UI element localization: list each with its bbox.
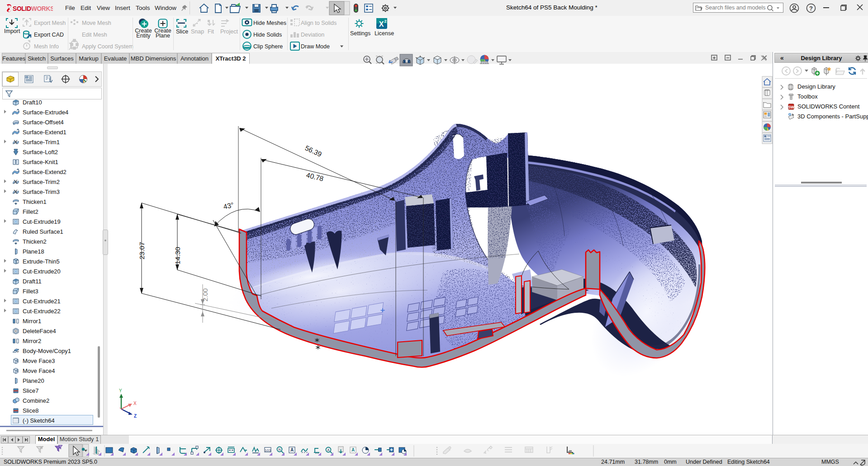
svg-text:A: A	[327, 448, 329, 452]
svg-text:?: ?	[809, 5, 813, 12]
svg-text:23.07: 23.07	[138, 242, 146, 259]
svg-text:Y: Y	[119, 388, 122, 393]
svg-text:40.78: 40.78	[305, 171, 324, 183]
svg-text:Z: Z	[134, 414, 137, 419]
svg-text:N: N	[278, 448, 280, 451]
svg-text:A: A	[290, 447, 294, 452]
svg-text:2: 2	[384, 19, 386, 24]
svg-text:103: 103	[265, 448, 271, 452]
svg-text:56.39: 56.39	[304, 144, 323, 158]
svg-text:SOLIDWORKS: SOLIDWORKS	[13, 5, 53, 12]
svg-text:SW: SW	[788, 105, 795, 109]
svg-text:43°: 43°	[223, 201, 234, 211]
svg-text:X: X	[133, 401, 137, 406]
svg-text:14.30: 14.30	[174, 247, 181, 264]
svg-text:2.00: 2.00	[201, 288, 209, 301]
svg-text:X: X	[379, 20, 384, 28]
svg-text:A: A	[351, 447, 355, 452]
